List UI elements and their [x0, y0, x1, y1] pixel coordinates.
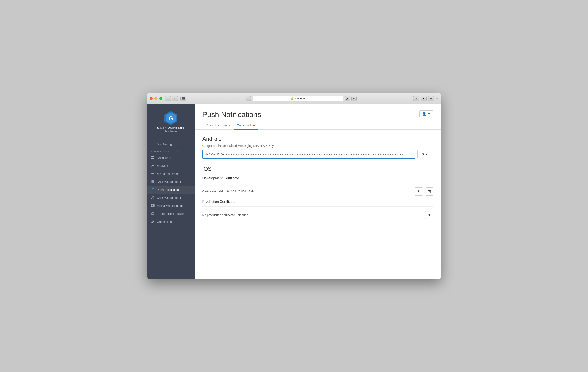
prod-cert-upload-button[interactable] — [425, 211, 433, 219]
dashboard-icon — [151, 156, 155, 160]
sidebar-toggle-button[interactable] — [180, 96, 186, 101]
app-subtitle: PushNotes — [164, 130, 177, 133]
sidebar-item-in-app-billing[interactable]: In-App Billing BETA — [147, 210, 195, 218]
prod-cert-text: No production certificate uploaded. — [202, 213, 423, 217]
android-input-row: Save — [202, 150, 433, 159]
dev-cert-title: Development Certificate — [202, 176, 433, 180]
reload-button[interactable]: ↻ — [351, 96, 357, 101]
ios-section-title: iOS — [202, 166, 433, 172]
svg-point-26 — [153, 220, 154, 221]
svg-rect-7 — [153, 156, 155, 157]
sidebar-item-user-management[interactable]: User Management — [147, 194, 195, 202]
ios-section: iOS Development Certificate Certificate … — [202, 166, 433, 219]
dev-cert-row: Certificate valid until: 2021/01/01 17:4… — [202, 187, 433, 196]
prod-cert-title: Production Certificate — [202, 200, 433, 204]
app-name: Gluon Dashboard — [157, 126, 184, 130]
audio-button[interactable]: 🔊 — [345, 96, 350, 101]
sidebar-label-user-management: User Management — [157, 196, 181, 199]
share-button[interactable]: ⬆ — [420, 96, 427, 101]
push-notifications-icon — [151, 188, 155, 192]
sidebar-item-dashboard[interactable]: Dashboard — [147, 154, 195, 162]
tab-configuration[interactable]: Configuration — [233, 121, 258, 130]
svg-marker-23 — [153, 205, 155, 206]
forward-button[interactable]: › — [172, 96, 178, 101]
svg-rect-9 — [153, 158, 155, 159]
tab-configuration-label: Configuration — [237, 123, 255, 127]
user-menu-chevron: ▼ — [428, 112, 430, 116]
sidebar-item-api-management[interactable]: API Management — [147, 170, 195, 178]
minimize-button[interactable] — [155, 97, 158, 100]
titlebar-right: ⬇ ⬆ ⧉ + — [413, 96, 439, 101]
sidebar-label-data-management: Data Management — [157, 180, 181, 183]
svg-point-10 — [152, 173, 154, 174]
sidebar-item-credentials[interactable]: Credentials — [147, 218, 195, 226]
data-management-icon — [151, 180, 155, 184]
new-tab-button[interactable]: + — [436, 96, 439, 101]
nav-buttons: ‹ › — [165, 96, 178, 101]
app-body: G Gluon Dashboard PushNotes ☰ App Manage… — [147, 104, 441, 279]
sidebar-label-media-management: Media Management — [157, 204, 183, 208]
svg-marker-28 — [418, 190, 420, 192]
sidebar-item-data-management[interactable]: Data Management — [147, 178, 195, 186]
sidebar-header: G Gluon Dashboard PushNotes — [147, 104, 195, 137]
sidebar-label-dashboard: Dashboard — [157, 156, 171, 159]
svg-point-20 — [153, 196, 154, 197]
sidebar-label-analytics: Analytics — [157, 164, 169, 167]
media-management-icon — [151, 204, 155, 208]
svg-rect-27 — [417, 192, 420, 193]
svg-rect-2 — [182, 99, 185, 100]
android-section: Android Google or Firebase Cloud Messagi… — [202, 136, 433, 159]
sidebar-label-api-management: API Management — [157, 172, 179, 175]
sidebar-label-push-notifications: Push Notifications — [157, 188, 180, 191]
prod-cert-divider — [202, 206, 433, 207]
android-field-label: Google or Firebase Cloud Messaging Serve… — [202, 144, 433, 147]
sidebar-item-app-manager[interactable]: ☰ App Manager — [147, 140, 195, 148]
api-key-input[interactable] — [202, 150, 415, 159]
tab-push-notifications-label: Push Notifications — [206, 123, 230, 127]
url-actions: 🔊 ↻ — [345, 96, 357, 101]
in-app-billing-icon — [151, 212, 155, 216]
user-icon: 👤 — [422, 112, 426, 116]
svg-point-19 — [152, 196, 153, 197]
app-manager-icon: ☰ — [151, 142, 155, 146]
user-management-icon — [151, 196, 155, 200]
analytics-icon — [151, 164, 155, 168]
sidebar-item-media-management[interactable]: Media Management — [147, 202, 195, 210]
content-header: Push Notifications 👤 ▼ — [195, 104, 441, 119]
beta-badge: BETA — [177, 213, 184, 215]
sidebar-label-in-app-billing: In-App Billing — [157, 212, 174, 215]
svg-rect-6 — [151, 156, 153, 157]
save-button[interactable]: Save — [417, 150, 433, 159]
android-section-title: Android — [202, 136, 433, 142]
content-body: Android Google or Firebase Cloud Messagi… — [195, 130, 441, 230]
svg-rect-8 — [151, 158, 153, 159]
tab-push-notifications[interactable]: Push Notifications — [202, 121, 233, 130]
maximize-button[interactable] — [159, 97, 162, 100]
dev-cert-divider — [202, 183, 433, 183]
download-button[interactable]: ⬇ — [413, 96, 419, 101]
dev-cert-delete-button[interactable] — [425, 187, 433, 196]
close-button[interactable] — [150, 97, 153, 100]
page-title: Push Notifications — [202, 110, 261, 119]
url-bar[interactable]: 🔒 gluon.io — [252, 96, 343, 101]
prod-cert-row: No production certificate uploaded. — [202, 211, 433, 219]
dev-cert-text: Certificate valid until: 2021/01/01 17:4… — [202, 190, 413, 193]
svg-rect-1 — [182, 98, 185, 99]
sidebar-divider-1 — [147, 139, 195, 139]
sidebar-item-analytics[interactable]: Analytics — [147, 162, 195, 170]
sidebar-item-push-notifications[interactable]: Push Notifications — [147, 186, 195, 194]
dev-cert-upload-button[interactable] — [415, 187, 423, 196]
app-logo: G — [163, 110, 179, 126]
lock-icon: 🔒 — [291, 97, 294, 100]
sidebar-label-credentials: Credentials — [157, 220, 172, 223]
sidebar-label-app-manager: App Manager — [157, 142, 175, 146]
api-management-icon — [151, 172, 155, 176]
svg-rect-0 — [182, 97, 185, 98]
tab-overview-button[interactable]: ⧉ — [428, 96, 434, 101]
url-bar-area: 🛡 🔒 gluon.io 🔊 ↻ — [189, 96, 413, 101]
shield-button[interactable]: 🛡 — [246, 96, 251, 101]
svg-text:G: G — [168, 115, 173, 122]
back-button[interactable]: ‹ — [165, 96, 171, 101]
user-menu-button[interactable]: 👤 ▼ — [419, 110, 433, 117]
sidebar-section-label: APPLICATION ACTIONS — [147, 148, 195, 154]
